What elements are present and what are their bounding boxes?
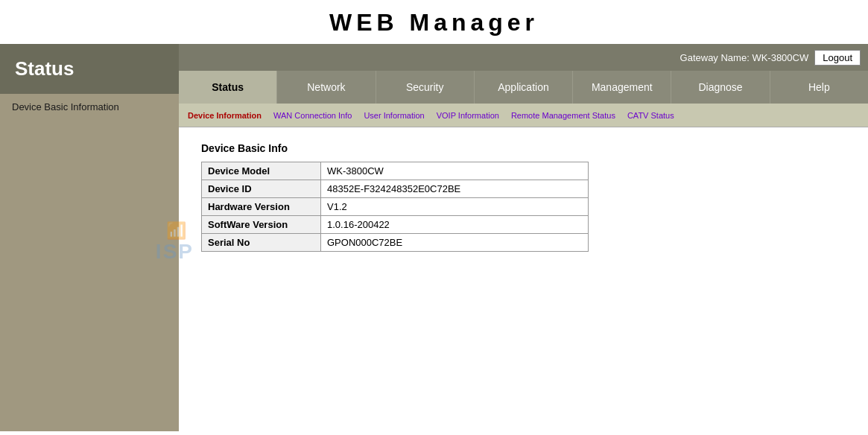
page-wrapper: WEB Manager Status Device Basic Informat…	[0, 0, 868, 431]
field-label: Device ID	[202, 180, 321, 198]
subnav-user-info[interactable]: User Information	[358, 111, 430, 120]
table-row: Device ModelWK-3800CW	[202, 162, 589, 180]
table-row: SoftWare Version1.0.16-200422	[202, 216, 589, 234]
tab-management[interactable]: Management	[573, 71, 671, 104]
sub-nav: Device Information WAN Connection Info U…	[179, 104, 868, 127]
sidebar-item-device-basic[interactable]: Device Basic Information	[0, 94, 179, 120]
field-value: 1.0.16-200422	[321, 216, 589, 234]
field-value: WK-3800CW	[321, 162, 589, 180]
tab-security[interactable]: Security	[376, 71, 475, 104]
table-row: Hardware VersionV1.2	[202, 198, 589, 216]
field-value: V1.2	[321, 198, 589, 216]
subnav-voip-info[interactable]: VOIP Information	[431, 111, 505, 120]
field-label: Serial No	[202, 234, 321, 252]
content-area: Gateway Name: WK-3800CW Logout Status Ne…	[179, 44, 868, 431]
field-label: Hardware Version	[202, 198, 321, 216]
section-title: Device Basic Info	[201, 142, 846, 154]
tab-diagnose[interactable]: Diagnose	[671, 71, 770, 104]
logout-button[interactable]: Logout	[814, 50, 861, 66]
page-title: WEB Manager	[0, 9, 868, 36]
field-label: Device Model	[202, 162, 321, 180]
subnav-device-info[interactable]: Device Information	[182, 111, 267, 120]
field-label: SoftWare Version	[202, 216, 321, 234]
tab-status[interactable]: Status	[179, 71, 277, 104]
tab-help[interactable]: Help	[770, 71, 868, 104]
top-bar: Gateway Name: WK-3800CW Logout	[179, 44, 868, 71]
table-row: Device ID48352E-F324248352E0C72BE	[202, 180, 589, 198]
main-content: Device Basic Info Device ModelWK-3800CWD…	[179, 127, 868, 431]
subnav-wan-info[interactable]: WAN Connection Info	[267, 111, 358, 120]
tab-network[interactable]: Network	[277, 71, 376, 104]
main-layout: Status Device Basic Information Gateway …	[0, 44, 868, 431]
gateway-name: Gateway Name: WK-3800CW	[680, 52, 809, 63]
sidebar: Status Device Basic Information	[0, 44, 179, 431]
subnav-catv-status[interactable]: CATV Status	[621, 111, 680, 120]
page-header: WEB Manager	[0, 0, 868, 44]
field-value: 48352E-F324248352E0C72BE	[321, 180, 589, 198]
field-value: GPON000C72BE	[321, 234, 589, 252]
tab-application[interactable]: Application	[475, 71, 573, 104]
sidebar-title: Status	[0, 44, 179, 94]
device-info-table: Device ModelWK-3800CWDevice ID48352E-F32…	[201, 162, 589, 252]
table-wrapper: Device ModelWK-3800CWDevice ID48352E-F32…	[201, 162, 846, 265]
table-row: Serial NoGPON000C72BE	[202, 234, 589, 252]
nav-tabs: Status Network Security Application Mana…	[179, 71, 868, 104]
subnav-remote-mgmt[interactable]: Remote Management Status	[505, 111, 621, 120]
